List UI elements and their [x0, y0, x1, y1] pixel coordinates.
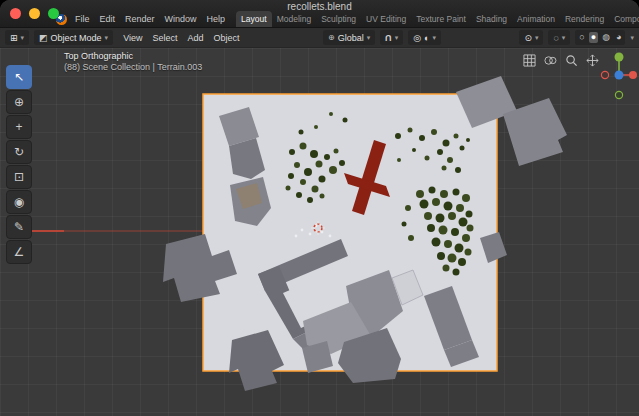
chevron-down-icon: ▾: [21, 34, 25, 41]
tab-texture-paint[interactable]: Texture Paint: [411, 11, 471, 27]
collection-breadcrumb-overlay: (88) Scene Collection | Terrain.003: [64, 62, 202, 72]
shading-options-chevron-icon[interactable]: ▾: [630, 34, 634, 41]
window-controls: [10, 8, 59, 19]
tab-animation[interactable]: Animation: [512, 11, 560, 27]
snap-toggle[interactable]: U ▾: [380, 30, 403, 45]
viewport-3d[interactable]: Top Orthographic (88) Scene Collection |…: [0, 48, 639, 416]
view-name-overlay: Top Orthographic: [64, 51, 133, 61]
shading-material-button[interactable]: ◍: [600, 32, 612, 43]
chevron-down-icon: ▾: [432, 34, 436, 41]
menu-edit[interactable]: Edit: [95, 14, 121, 24]
move-icon: +: [15, 120, 22, 134]
editor-type-button[interactable]: ⊞ ▾: [5, 30, 29, 45]
scale-tool[interactable]: ⊡: [6, 165, 32, 189]
top-bar: FileEditRenderWindowHelp LayoutModelingS…: [56, 11, 635, 27]
minimize-button[interactable]: [29, 8, 40, 19]
gizmo-icon: ⊙: [524, 33, 532, 43]
viewport-menu-select[interactable]: Select: [147, 33, 182, 43]
grid-overlay-icon[interactable]: [523, 54, 536, 67]
chevron-down-icon: ▾: [367, 34, 371, 41]
zoom-button[interactable]: [48, 8, 59, 19]
title-bar: recollets.blend FileEditRenderWindowHelp…: [0, 0, 639, 28]
pan-view-icon[interactable]: [586, 54, 599, 67]
tab-layout[interactable]: Layout: [236, 11, 272, 27]
mode-select[interactable]: ◩ Object Mode ▾: [34, 30, 113, 45]
shading-rendered-button[interactable]: ◕: [614, 32, 623, 43]
transform-orientation-select[interactable]: ⊕ Global ▾: [323, 30, 375, 45]
move-tool[interactable]: +: [6, 115, 32, 139]
zoom-icon[interactable]: [565, 54, 578, 67]
transform-tool[interactable]: ◉: [6, 190, 32, 214]
tab-sculpting[interactable]: Sculpting: [316, 11, 361, 27]
chevron-down-icon: ▾: [535, 34, 539, 41]
tab-shading[interactable]: Shading: [471, 11, 512, 27]
tab-rendering[interactable]: Rendering: [560, 11, 609, 27]
scene-canvas[interactable]: [0, 48, 639, 416]
viewport-controls: [523, 54, 599, 67]
viewport-menu-object[interactable]: Object: [209, 33, 245, 43]
tab-compositing[interactable]: Compositing: [609, 11, 639, 27]
measure-icon: ∠: [14, 245, 25, 259]
render-preview-icon[interactable]: [544, 54, 557, 67]
viewport-menu-view[interactable]: View: [118, 33, 147, 43]
chevron-down-icon: ▾: [562, 34, 566, 41]
menu-file[interactable]: File: [70, 14, 95, 24]
viewport-header: ⊞ ▾ ◩ Object Mode ▾ ViewSelectAddObject …: [0, 28, 639, 48]
proportional-editing-icon: ◎: [413, 33, 421, 43]
annotate-icon: ✎: [14, 220, 24, 234]
annotate-tool[interactable]: ✎: [6, 215, 32, 239]
overlays-dropdown[interactable]: ◌ ▾: [548, 30, 570, 45]
object-mode-icon: ◩: [39, 33, 48, 43]
menu-render[interactable]: Render: [120, 14, 160, 24]
select-box-icon: ↖: [14, 70, 24, 84]
mode-label: Object Mode: [51, 33, 102, 43]
transform-icon: ◉: [14, 195, 24, 209]
gizmos-dropdown[interactable]: ⊙ ▾: [519, 30, 543, 45]
app-menus: FileEditRenderWindowHelp: [70, 14, 230, 24]
cursor-tool[interactable]: ⊕: [6, 90, 32, 114]
app-window: recollets.blend FileEditRenderWindowHelp…: [0, 0, 639, 416]
navigation-gizmo[interactable]: [600, 48, 637, 106]
shading-wireframe-button[interactable]: ○: [577, 32, 586, 43]
overlays-icon: ◌: [553, 33, 558, 43]
tab-modeling[interactable]: Modeling: [272, 11, 317, 27]
viewport-menus: ViewSelectAddObject: [118, 33, 244, 43]
shading-solid-button[interactable]: ●: [589, 32, 598, 43]
tool-shelf: ↖⊕+↻⊡◉✎∠: [6, 65, 32, 264]
proportional-editing-toggle[interactable]: ◎ ◐ ▾: [408, 30, 441, 45]
cursor-icon: ⊕: [14, 95, 24, 109]
menu-window[interactable]: Window: [160, 14, 202, 24]
chevron-down-icon: ▾: [105, 34, 109, 41]
shading-mode-switch: ○ ● ◍ ◕: [575, 30, 625, 45]
chevron-down-icon: ▾: [395, 34, 399, 41]
workspace-tabs: LayoutModelingSculptingUV EditingTexture…: [236, 11, 639, 27]
tab-uv-editing[interactable]: UV Editing: [361, 11, 411, 27]
select-box-tool[interactable]: ↖: [6, 65, 32, 89]
rotate-icon: ↻: [14, 145, 24, 159]
editor-type-icon: ⊞: [10, 33, 18, 43]
close-button[interactable]: [10, 8, 21, 19]
magnet-icon: U: [385, 33, 392, 43]
menu-help[interactable]: Help: [202, 14, 231, 24]
rotate-tool[interactable]: ↻: [6, 140, 32, 164]
scale-icon: ⊡: [14, 170, 24, 184]
globe-icon: ⊕: [328, 33, 335, 42]
proportional-falloff-icon: ◐: [424, 33, 429, 43]
viewport-menu-add[interactable]: Add: [183, 33, 209, 43]
measure-tool[interactable]: ∠: [6, 240, 32, 264]
orientation-label: Global: [338, 33, 364, 43]
